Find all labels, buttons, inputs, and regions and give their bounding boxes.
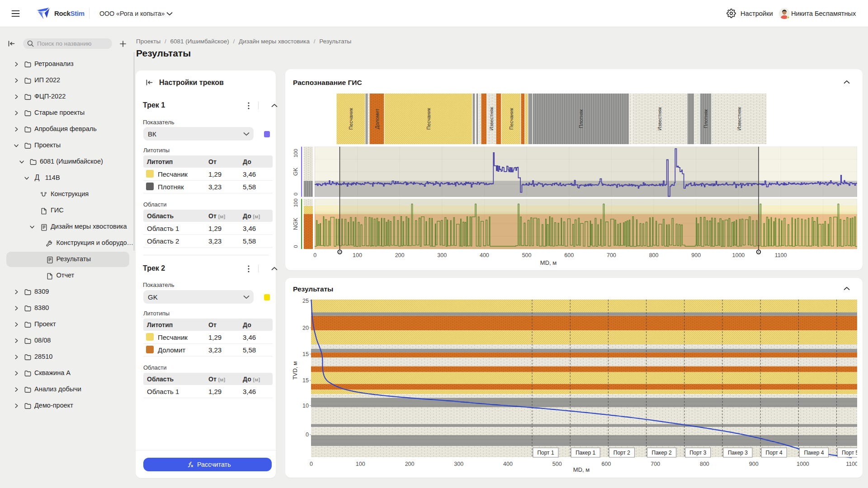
svg-text:Известняк: Известняк bbox=[489, 107, 494, 131]
svg-text:10: 10 bbox=[302, 403, 309, 409]
svg-text:20: 20 bbox=[302, 325, 309, 331]
svg-text:600: 600 bbox=[602, 461, 611, 467]
svg-text:1000: 1000 bbox=[732, 252, 745, 258]
svg-text:800: 800 bbox=[649, 252, 659, 258]
svg-text:200: 200 bbox=[405, 461, 415, 467]
svg-text:15: 15 bbox=[302, 377, 309, 384]
svg-text:Порт 2: Порт 2 bbox=[613, 450, 631, 456]
svg-text:600: 600 bbox=[564, 252, 574, 258]
svg-text:100: 100 bbox=[293, 149, 298, 157]
svg-text:500: 500 bbox=[522, 252, 532, 258]
svg-text:0: 0 bbox=[293, 245, 298, 248]
svg-text:400: 400 bbox=[503, 461, 513, 467]
svg-text:25: 25 bbox=[302, 298, 309, 304]
svg-text:0: 0 bbox=[306, 432, 309, 438]
svg-text:1000: 1000 bbox=[797, 461, 809, 467]
svg-text:Известняк: Известняк bbox=[736, 107, 742, 131]
svg-text:Песчаник: Песчаник bbox=[509, 108, 514, 130]
svg-text:Песчаник: Песчаник bbox=[348, 108, 354, 130]
svg-text:200: 200 bbox=[395, 252, 405, 258]
svg-text:Плотняк: Плотняк bbox=[703, 109, 708, 128]
svg-text:Песчаник: Песчаник bbox=[426, 108, 431, 130]
svg-text:1100: 1100 bbox=[846, 461, 857, 467]
svg-text:100: 100 bbox=[356, 461, 365, 467]
svg-text:Порт 4: Порт 4 bbox=[766, 450, 783, 456]
svg-text:MD, м: MD, м bbox=[573, 466, 590, 473]
svg-text:400: 400 bbox=[480, 252, 489, 258]
svg-text:0: 0 bbox=[310, 461, 313, 467]
svg-text:GK: GK bbox=[292, 167, 299, 176]
svg-text:Плотняк: Плотняк bbox=[578, 109, 584, 128]
svg-text:TVD, м: TVD, м bbox=[292, 361, 298, 380]
svg-text:Пакер 2: Пакер 2 bbox=[652, 450, 672, 456]
svg-text:300: 300 bbox=[454, 461, 463, 467]
svg-text:Порт 5: Порт 5 bbox=[842, 450, 857, 456]
svg-text:Порт 3: Порт 3 bbox=[689, 450, 707, 456]
svg-text:500: 500 bbox=[552, 461, 562, 467]
svg-text:900: 900 bbox=[691, 252, 701, 258]
svg-text:Пакер 1: Пакер 1 bbox=[576, 450, 595, 456]
svg-text:Пакер 4: Пакер 4 bbox=[804, 450, 824, 456]
svg-text:0: 0 bbox=[313, 252, 316, 258]
svg-text:1100: 1100 bbox=[775, 252, 787, 258]
svg-text:700: 700 bbox=[607, 252, 616, 258]
svg-text:100: 100 bbox=[353, 252, 362, 258]
svg-text:700: 700 bbox=[651, 461, 660, 467]
svg-text:15: 15 bbox=[302, 351, 309, 357]
svg-text:0: 0 bbox=[293, 192, 298, 195]
svg-text:Пакер 3: Пакер 3 bbox=[728, 450, 748, 456]
svg-text:300: 300 bbox=[437, 252, 447, 258]
svg-text:100: 100 bbox=[293, 198, 298, 207]
svg-text:800: 800 bbox=[700, 461, 709, 467]
svg-text:MD, м: MD, м bbox=[540, 259, 557, 266]
svg-text:Доломит: Доломит bbox=[374, 109, 380, 129]
svg-text:Порт 1: Порт 1 bbox=[537, 450, 554, 456]
svg-text:900: 900 bbox=[749, 461, 759, 467]
svg-text:Известняк: Известняк bbox=[657, 107, 662, 131]
svg-text:NGK: NGK bbox=[292, 217, 299, 230]
